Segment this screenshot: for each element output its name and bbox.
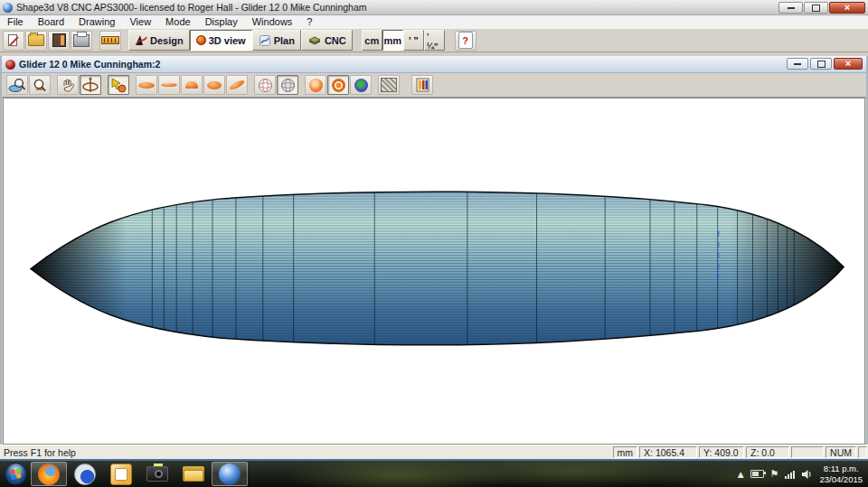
- design-label: Design: [150, 35, 184, 46]
- rotate-view-button[interactable]: [80, 75, 101, 95]
- main-toolbar: Design 3D view Plan CNC cm mm ’ ” ’ ¼” ?: [0, 28, 868, 52]
- child-title: Glider 12 0 Mike Cunningham:2: [19, 59, 160, 70]
- menu-display[interactable]: Display: [198, 16, 245, 27]
- 3d-viewport[interactable]: [3, 98, 865, 445]
- taskbar: ▲ ⚑ 8:11 p.m. 23/04/2015: [0, 461, 868, 487]
- app-titlebar[interactable]: Shape3d V8 CNC APS3000- licensed to Roge…: [0, 0, 868, 15]
- unit-mm-button[interactable]: mm: [382, 30, 403, 51]
- board-bottom-icon: [138, 82, 155, 89]
- start-button[interactable]: [0, 461, 31, 487]
- unit-feet-inches-button[interactable]: ’ ”: [403, 30, 424, 51]
- child-restore-button[interactable]: [810, 58, 832, 70]
- cnc-label: CNC: [325, 35, 346, 46]
- volume-icon[interactable]: [801, 469, 813, 480]
- new-file-button[interactable]: [3, 31, 24, 51]
- open-folder-icon: [28, 34, 44, 46]
- unit-cm-button[interactable]: cm: [362, 30, 382, 51]
- unit-mm-label: mm: [383, 35, 401, 46]
- view-perspective-button[interactable]: [226, 75, 248, 95]
- menu-help[interactable]: ?: [299, 16, 319, 27]
- help-button[interactable]: ?: [455, 31, 476, 51]
- taskbar-outlook-button[interactable]: [103, 462, 139, 486]
- menu-mode[interactable]: Mode: [158, 16, 198, 27]
- texture-button[interactable]: [378, 75, 400, 95]
- pan-button[interactable]: [57, 75, 79, 95]
- board-top-icon: [207, 81, 222, 89]
- taskbar-firefox-button[interactable]: [31, 462, 67, 486]
- close-icon: ×: [844, 3, 850, 13]
- media-player-icon: [74, 464, 96, 485]
- battery-icon[interactable]: [750, 470, 764, 478]
- taskbar-media-button[interactable]: [67, 462, 103, 486]
- child-minimize-button[interactable]: [787, 58, 808, 70]
- shape3d-app-icon: [3, 3, 13, 13]
- menu-view[interactable]: View: [122, 16, 158, 27]
- save-button[interactable]: [48, 31, 70, 51]
- render-ring-button[interactable]: [327, 75, 349, 95]
- network-icon[interactable]: [785, 470, 795, 479]
- hand-icon: [61, 78, 75, 92]
- menu-board[interactable]: Board: [31, 16, 71, 27]
- child-close-button[interactable]: ×: [834, 58, 863, 70]
- taskbar-shape3d-button[interactable]: [212, 462, 248, 486]
- render-shaded-button[interactable]: [350, 75, 372, 95]
- outlook-icon: [110, 464, 132, 485]
- minimize-button[interactable]: [778, 2, 803, 14]
- view3d-mode-button[interactable]: 3D view: [190, 30, 252, 51]
- app-title: Shape3d V8 CNC APS3000- licensed to Roge…: [16, 2, 367, 13]
- view-toolbar: [2, 73, 866, 98]
- cnc-icon: [307, 34, 322, 46]
- restore-icon: [812, 5, 820, 12]
- board-side-icon: [161, 83, 177, 87]
- zoom-board-button[interactable]: [6, 75, 28, 95]
- child-titlebar[interactable]: Glider 12 0 Mike Cunningham:2 ×: [2, 56, 866, 73]
- taskbar-explorer-button[interactable]: [175, 462, 212, 486]
- menu-bar: File Board Drawing View Mode Display Win…: [0, 15, 868, 29]
- open-file-button[interactable]: [25, 31, 47, 51]
- cnc-mode-button[interactable]: CNC: [301, 30, 353, 51]
- status-help: Press F1 for help: [0, 447, 613, 458]
- dimensions-button[interactable]: [99, 31, 121, 51]
- windows-start-icon: [5, 463, 27, 485]
- unit-frac-label: ’ ¼”: [427, 31, 442, 51]
- save-icon: [52, 33, 66, 47]
- clock-date: 23/04/2015: [819, 474, 863, 485]
- view-front-button[interactable]: [181, 75, 203, 95]
- measurements-panel-button[interactable]: [411, 75, 433, 95]
- menu-windows[interactable]: Windows: [245, 16, 300, 27]
- minimize-icon: [788, 7, 795, 9]
- board-wireframe: [4, 98, 864, 444]
- status-z: Z: 0.0: [746, 446, 789, 458]
- wireframe-button[interactable]: [277, 75, 298, 95]
- restore-button[interactable]: [804, 2, 828, 14]
- menu-drawing[interactable]: Drawing: [71, 16, 122, 27]
- print-icon: [73, 34, 90, 47]
- wireframe-light-button[interactable]: [254, 75, 276, 95]
- unit-fractional-button[interactable]: ’ ¼”: [424, 30, 445, 51]
- help-icon: ?: [458, 32, 473, 49]
- menu-file[interactable]: File: [0, 16, 31, 27]
- render-solid-button[interactable]: [305, 75, 326, 95]
- board-front-icon: [185, 81, 198, 89]
- action-center-flag-icon[interactable]: ⚑: [770, 468, 779, 480]
- tray-expand-icon[interactable]: ▲: [738, 470, 744, 479]
- rotate-axis-icon: [81, 77, 99, 93]
- ring-sphere-icon: [332, 79, 345, 92]
- status-bar: Press F1 for help mm X: 1065.4 Y: 409.0 …: [0, 445, 868, 459]
- view-bottom-button[interactable]: [136, 75, 157, 95]
- child-minimize-icon: [794, 63, 801, 65]
- zoom-window-button[interactable]: [29, 75, 51, 95]
- design-mode-button[interactable]: Design: [128, 30, 190, 51]
- view-side-button[interactable]: [158, 75, 180, 95]
- plan-mode-button[interactable]: Plan: [252, 30, 301, 51]
- taskbar-camera-button[interactable]: [139, 462, 175, 486]
- shape3d-taskbar-icon: [219, 464, 241, 485]
- view-top-button[interactable]: [203, 75, 225, 95]
- child-close-icon: ×: [845, 59, 851, 69]
- clock[interactable]: 8:11 p.m. 23/04/2015: [819, 464, 863, 485]
- board-perspective-icon: [229, 79, 246, 91]
- print-button[interactable]: [71, 31, 92, 51]
- explorer-folder-icon: [183, 466, 204, 482]
- close-button[interactable]: ×: [829, 2, 865, 14]
- pick-point-button[interactable]: [108, 75, 129, 95]
